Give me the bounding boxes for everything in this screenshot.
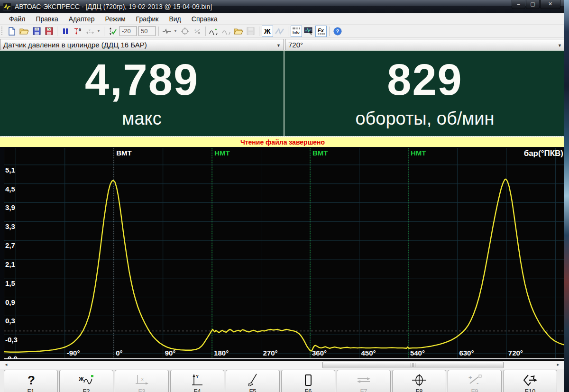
svg-text:540°: 540° (410, 349, 425, 357)
bold-trace-icon[interactable]: Ж (262, 26, 273, 37)
oscillogram-chart[interactable]: ВМТНМТВМТНМТбар(°ПКВ)5,14,53,93,32,72,11… (0, 147, 565, 360)
open-overlay-icon[interactable] (233, 26, 244, 37)
exit-icon (523, 373, 538, 387)
svg-text:270°: 270° (263, 349, 278, 357)
plus-minus-icon: +- (467, 373, 482, 387)
svg-text:0: 0 (79, 27, 81, 32)
svg-text:НМТ: НМТ (411, 149, 426, 157)
svg-text:450°: 450° (361, 349, 376, 357)
scroll-right-icon[interactable]: ► (555, 362, 561, 368)
svg-text:2,1: 2,1 (5, 260, 15, 268)
fkey-f3-x-scale: x F3 (115, 370, 169, 392)
svg-text:-0,3: -0,3 (5, 336, 18, 344)
menu-edit[interactable]: Правка (30, 14, 63, 24)
max-pressure-panel: 4,789 макс (0, 51, 284, 136)
move-target-icon[interactable] (179, 26, 191, 37)
new-file-icon[interactable] (6, 26, 18, 37)
svg-text:180°: 180° (214, 349, 229, 357)
svg-text:Y: Y (196, 374, 199, 379)
wave-style-icon[interactable] (161, 26, 173, 37)
swap-arrows-icon (356, 373, 372, 387)
fkey-f1-help[interactable]: ? F1 (4, 370, 58, 392)
fkey-f6-frame[interactable]: F6 (281, 370, 335, 392)
menu-help[interactable]: Справка (186, 14, 223, 24)
plus-minus-icon[interactable]: + (192, 26, 203, 37)
menu-bar: Файл Правка Адаптер Режим График Вид Спр… (0, 13, 565, 25)
x-expand-icon[interactable]: x (84, 26, 96, 37)
y-fit-icon[interactable] (107, 26, 118, 37)
svg-text:0°: 0° (116, 349, 122, 357)
svg-text:x: x (89, 28, 91, 32)
wave-style-dropdown-icon[interactable]: ▼ (174, 29, 177, 33)
menu-view[interactable]: Вид (164, 14, 186, 24)
menu-file[interactable]: Файл (4, 14, 30, 24)
svg-text:720°: 720° (508, 349, 523, 357)
rpm-panel: 829 обороты, об/мин (284, 51, 565, 136)
svg-text:ВМТ: ВМТ (116, 149, 132, 157)
status-message: Чтение файла завершено (240, 138, 325, 146)
svg-text:-: - (477, 380, 478, 386)
svg-text:Info: Info (293, 30, 300, 35)
svg-text:-90°: -90° (67, 349, 80, 357)
minimize-button[interactable]: – (512, 0, 525, 9)
thin-trace-icon[interactable] (274, 26, 285, 37)
svg-text:Ж: Ж (78, 376, 84, 383)
x-scale-icon: x (134, 373, 150, 387)
thumb-grip-icon (411, 363, 415, 367)
toolbar: 01 0 x ▼ ▼ + (0, 25, 565, 38)
chart-hscrollbar[interactable]: ◄ ► (0, 360, 565, 369)
fkey-f2-zoom-wave[interactable]: Ж F2 (59, 370, 113, 392)
range-select[interactable]: 720° ▼ (285, 39, 565, 50)
svg-text:0,3: 0,3 (5, 317, 15, 325)
zoom-wave-icon: Ж (78, 373, 94, 387)
maximize-button[interactable]: ▢ (526, 0, 540, 9)
rpm-value: 829 (387, 58, 463, 102)
svg-text:90°: 90° (165, 349, 176, 357)
pause-icon[interactable] (60, 26, 71, 37)
save-signal-icon[interactable]: 01 (31, 26, 42, 37)
scale-input[interactable] (138, 26, 156, 36)
scrollbar-thumb[interactable] (322, 362, 504, 368)
menu-graph[interactable]: График (131, 14, 164, 24)
max-pressure-value: 4,789 (85, 58, 199, 102)
curve-icon[interactable] (220, 26, 232, 37)
menu-mode[interactable]: Режим (100, 14, 130, 24)
save-chart-icon[interactable] (43, 26, 55, 37)
status-bar: Чтение файла завершено (0, 137, 565, 147)
menu-adapter[interactable]: Адаптер (64, 14, 100, 24)
svg-text:2,7: 2,7 (5, 241, 15, 249)
selector-row: Датчик давления в цилиндре (ДДЦ 16 БАР) … (0, 39, 565, 50)
desktop-background-edge (564, 0, 569, 392)
monitor-icon[interactable] (303, 26, 314, 37)
svg-text:630°: 630° (459, 349, 474, 357)
fkey-f10-exit[interactable]: F10 (503, 370, 557, 392)
save-overlay-icon[interactable] (245, 26, 257, 37)
open-file-icon[interactable] (18, 26, 30, 37)
svg-text:ВМТ: ВМТ (312, 149, 328, 157)
fkey-f7-swap: F7 (337, 370, 391, 392)
pressure-trace-plot[interactable]: ВМТНМТВМТНМТбар(°ПКВ)5,14,53,93,32,72,11… (4, 148, 565, 359)
zero-level-icon[interactable]: 0 (72, 26, 83, 37)
svg-text:?: ? (28, 374, 35, 387)
svg-text:0,9: 0,9 (5, 298, 15, 306)
x-expand-dropdown-icon[interactable]: ▼ (97, 29, 101, 33)
add-curve-icon[interactable]: + (208, 26, 220, 37)
help-icon[interactable]: ? (332, 26, 343, 37)
svg-text:+: + (215, 27, 217, 32)
signal-select[interactable]: Датчик давления в цилиндре (ДДЦ 16 БАР) … (0, 39, 284, 50)
scroll-left-icon[interactable]: ◄ (3, 362, 9, 368)
close-button[interactable]: ✕ (540, 0, 560, 9)
fkey-f9-plus-minus: +- F9 (448, 370, 502, 392)
fkey-f4-y-scale[interactable]: Y F4 (170, 370, 224, 392)
fkey-f8-cursor[interactable]: F8 (392, 370, 446, 392)
svg-text:5,1: 5,1 (5, 166, 15, 174)
svg-text:1,5: 1,5 (5, 279, 15, 287)
toolbar-grip (1, 27, 4, 36)
info-panel-icon[interactable]: Info (291, 26, 302, 37)
svg-text:?: ? (336, 28, 339, 34)
stylus-icon (247, 373, 259, 387)
fkey-f5-stylus[interactable]: F5 (226, 370, 280, 392)
fx-panel-icon[interactable]: Fx (315, 26, 327, 37)
y-scale-icon: Y (190, 373, 204, 387)
offset-input[interactable] (119, 26, 137, 36)
